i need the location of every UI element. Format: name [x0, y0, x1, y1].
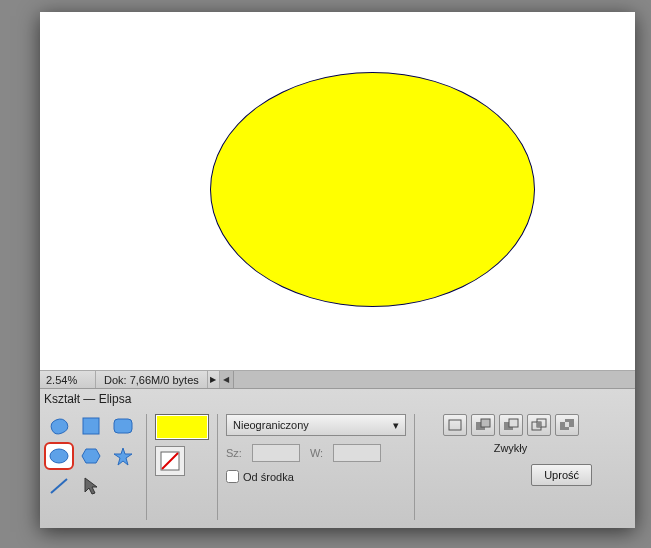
svg-marker-3	[82, 449, 100, 463]
shape-rounded-rect-icon[interactable]	[108, 412, 138, 440]
divider	[217, 414, 218, 520]
shape-blob-icon[interactable]	[44, 412, 74, 440]
shape-hexagon-icon[interactable]	[76, 442, 106, 470]
simplify-button[interactable]: Uprość	[531, 464, 592, 486]
geometry-row	[443, 414, 579, 436]
doc-value: 7,66M/0 bytes	[130, 374, 199, 386]
hscroll-track[interactable]	[234, 371, 635, 388]
tool-options-panel: Kształt — Elipsa	[40, 388, 635, 528]
constraint-dropdown[interactable]: Nieograniczony ▾	[226, 414, 406, 436]
canvas[interactable]	[40, 12, 635, 370]
svg-marker-6	[85, 478, 97, 494]
svg-point-2	[50, 449, 68, 463]
shape-star-icon[interactable]	[108, 442, 138, 470]
svg-marker-4	[114, 448, 132, 465]
divider	[414, 414, 415, 520]
shape-line-icon[interactable]	[44, 472, 74, 500]
dimension-row: Sz: W:	[226, 444, 406, 462]
geom-exclude-icon[interactable]	[555, 414, 579, 436]
svg-rect-19	[565, 422, 569, 427]
doc-label: Dok:	[104, 374, 127, 386]
svg-line-5	[51, 479, 67, 493]
shape-ellipse-icon[interactable]	[44, 442, 74, 470]
divider	[146, 414, 147, 520]
height-label: W:	[310, 447, 323, 459]
from-center-checkbox[interactable]	[226, 470, 239, 483]
shape-square-icon[interactable]	[76, 412, 106, 440]
geom-add-icon[interactable]	[471, 414, 495, 436]
chevron-down-icon: ▾	[393, 419, 399, 432]
width-input[interactable]	[252, 444, 300, 462]
selection-pointer-icon[interactable]	[76, 472, 106, 500]
dropdown-label: Nieograniczony	[233, 419, 309, 431]
height-input[interactable]	[333, 444, 381, 462]
svg-rect-11	[481, 419, 490, 427]
svg-rect-0	[83, 418, 99, 434]
geom-intersect-icon[interactable]	[527, 414, 551, 436]
doc-info: Dok: 7,66M/0 bytes	[96, 371, 208, 388]
svg-rect-9	[449, 420, 461, 430]
fill-controls	[155, 412, 209, 522]
app-window: 2.54% Dok: 7,66M/0 bytes ▶ ◀ Kształt — E…	[40, 12, 635, 528]
status-bar: 2.54% Dok: 7,66M/0 bytes ▶ ◀	[40, 370, 635, 388]
constraint-controls: Nieograniczony ▾ Sz: W: Od środka	[226, 412, 406, 522]
panel-title: Kształt — Elipsa	[40, 389, 635, 410]
shape-picker	[44, 412, 138, 522]
doc-menu-arrow-icon[interactable]: ▶	[208, 371, 220, 388]
from-center-label: Od środka	[243, 471, 294, 483]
mode-label: Zwykły	[494, 442, 528, 454]
no-stroke-icon[interactable]	[155, 446, 185, 476]
zoom-level[interactable]: 2.54%	[40, 371, 96, 388]
drawn-ellipse[interactable]	[210, 72, 535, 307]
svg-rect-16	[537, 422, 541, 427]
geometry-controls: Zwykły Uprość	[423, 412, 598, 522]
geom-subtract-icon[interactable]	[499, 414, 523, 436]
width-label: Sz:	[226, 447, 242, 459]
svg-rect-1	[114, 419, 132, 433]
svg-rect-13	[509, 419, 518, 427]
scroll-left-icon[interactable]: ◀	[220, 371, 234, 388]
from-center-row[interactable]: Od środka	[226, 470, 406, 483]
geom-new-icon[interactable]	[443, 414, 467, 436]
fill-color-inner	[156, 415, 208, 439]
fill-color-swatch[interactable]	[155, 414, 209, 440]
